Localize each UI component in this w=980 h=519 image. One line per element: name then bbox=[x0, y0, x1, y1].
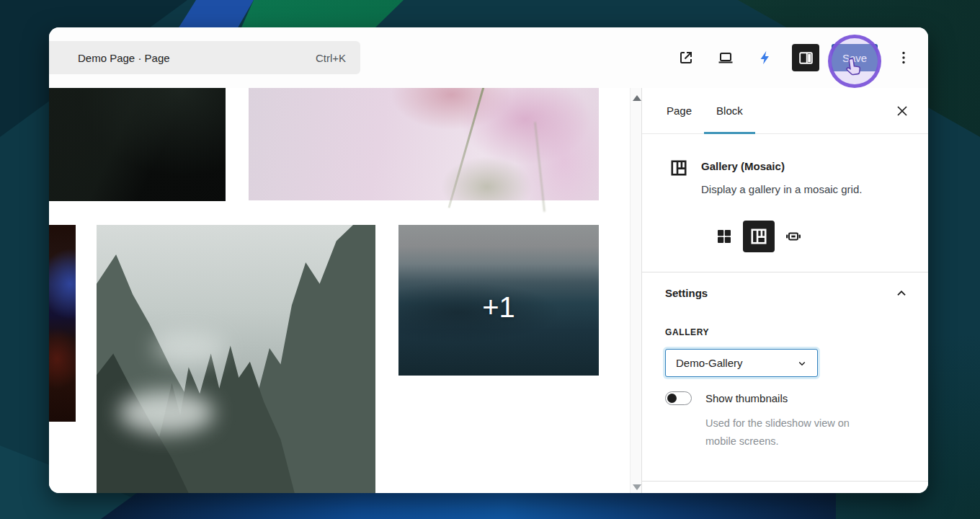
mosaic-layout-icon bbox=[749, 227, 768, 246]
variation-grid-button[interactable] bbox=[711, 221, 737, 252]
tab-page[interactable]: Page bbox=[654, 88, 704, 133]
gallery-image-dark-forest[interactable] bbox=[49, 88, 226, 201]
command-shortcut: Ctrl+K bbox=[316, 52, 346, 64]
sidebar-toggle-button[interactable] bbox=[792, 44, 819, 71]
mountain-mist-2 bbox=[152, 332, 225, 365]
close-sidebar-button[interactable] bbox=[894, 102, 911, 120]
grid-layout-icon bbox=[716, 228, 733, 245]
bolt-icon bbox=[757, 50, 773, 66]
performance-button[interactable] bbox=[757, 49, 774, 66]
chevron-up-icon bbox=[894, 285, 909, 301]
block-variations bbox=[711, 221, 806, 252]
mountain-mist bbox=[119, 391, 214, 435]
settings-panel: Settings Gallery Demo-Gallery bbox=[642, 272, 928, 493]
block-title: Gallery (Mosaic) bbox=[701, 160, 785, 172]
gallery-image-pink-flowers[interactable] bbox=[249, 88, 599, 200]
flower-stem bbox=[448, 88, 486, 208]
block-description: Display a gallery in a mosaic grid. bbox=[701, 183, 862, 195]
settings-heading: Settings bbox=[665, 287, 708, 299]
variation-slideshow-button[interactable] bbox=[780, 221, 806, 252]
toggle-help-text: Used for the slideshow view on mobile sc… bbox=[705, 414, 878, 451]
settings-sidebar: Page Block bbox=[641, 88, 928, 493]
options-menu-button[interactable] bbox=[895, 49, 912, 66]
toggle-off-control[interactable] bbox=[665, 391, 692, 405]
collapse-settings-button[interactable] bbox=[894, 285, 909, 301]
sidebar-bottom-divider bbox=[642, 481, 928, 482]
close-icon bbox=[894, 102, 911, 120]
scroll-up-arrow-icon[interactable] bbox=[633, 95, 641, 101]
view-site-button[interactable] bbox=[677, 49, 695, 66]
tab-block[interactable]: Block bbox=[704, 88, 755, 133]
show-thumbnails-toggle-row[interactable]: Show thumbnails bbox=[665, 391, 788, 405]
sidebar-tabs: Page Block bbox=[642, 88, 928, 134]
gallery-image-abstract-edge[interactable] bbox=[49, 225, 76, 422]
gallery-select-value: Demo-Gallery bbox=[676, 357, 743, 369]
save-button[interactable]: Save bbox=[832, 44, 878, 71]
block-card: Gallery (Mosaic) Display a gallery in a … bbox=[642, 134, 928, 272]
desktop-background: Demo Page · Page Ctrl+K bbox=[0, 0, 980, 519]
editor-canvas: +1 bbox=[49, 88, 630, 493]
canvas-scrollbar[interactable] bbox=[630, 88, 641, 493]
sidebar-panel-icon bbox=[797, 49, 815, 67]
gallery-field-label: Gallery bbox=[665, 327, 709, 337]
chevron-down-icon bbox=[796, 357, 808, 370]
more-vertical-icon bbox=[895, 49, 912, 66]
preview-button[interactable] bbox=[717, 49, 734, 66]
external-link-icon bbox=[677, 49, 695, 66]
save-button-wrap: Save bbox=[832, 44, 878, 71]
toggle-label: Show thumbnails bbox=[705, 392, 788, 404]
flower-stem-2 bbox=[535, 122, 545, 211]
editor-topbar: Demo Page · Page Ctrl+K bbox=[49, 27, 928, 88]
editor-window: Demo Page · Page Ctrl+K bbox=[49, 27, 928, 493]
scroll-down-arrow-icon[interactable] bbox=[633, 484, 641, 490]
overflow-count-badge: +1 bbox=[398, 291, 599, 324]
gallery-image-mountains[interactable] bbox=[97, 225, 375, 493]
variation-mosaic-button[interactable] bbox=[743, 221, 775, 252]
laptop-icon bbox=[717, 49, 734, 66]
toggle-knob bbox=[667, 394, 677, 403]
document-title: Demo Page · Page bbox=[78, 52, 170, 64]
mosaic-block-icon bbox=[669, 159, 688, 177]
command-center-button[interactable]: Demo Page · Page Ctrl+K bbox=[49, 41, 360, 74]
gallery-image-ocean-more[interactable]: +1 bbox=[398, 225, 599, 376]
slideshow-layout-icon bbox=[785, 228, 802, 245]
topbar-actions: Save bbox=[677, 27, 912, 88]
gallery-select[interactable]: Demo-Gallery bbox=[665, 349, 818, 377]
